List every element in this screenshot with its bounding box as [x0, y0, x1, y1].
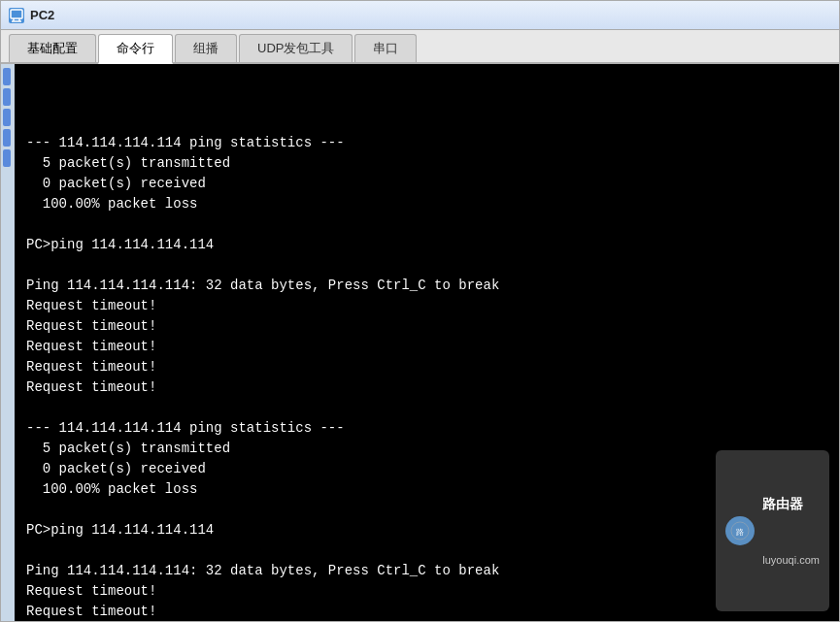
window-icon — [9, 8, 24, 23]
tab-multicast[interactable]: 组播 — [175, 34, 237, 62]
terminal-line: Request timeout! — [26, 357, 827, 377]
terminal-line: Ping 114.114.114.114: 32 data bytes, Pre… — [26, 276, 827, 296]
terminal-line — [26, 540, 827, 561]
terminal-line: 0 packet(s) received — [26, 174, 827, 194]
watermark-logo: 路 — [725, 516, 755, 545]
tab-udp[interactable]: UDP发包工具 — [239, 34, 353, 62]
terminal-line: --- 114.114.114.114 ping statistics --- — [26, 133, 827, 153]
window-title: PC2 — [30, 8, 54, 22]
terminal-line: 0 packet(s) received — [26, 459, 827, 479]
tab-serial[interactable]: 串口 — [354, 34, 417, 62]
terminal-line: 5 packet(s) transmitted — [26, 153, 827, 174]
terminal-line: PC>ping 114.114.114.114 — [26, 520, 827, 540]
watermark: 路 路由器 luyouqi.com — [716, 450, 829, 612]
terminal-line: Request timeout! — [26, 581, 827, 602]
main-window: PC2 基础配置 命令行 组播 UDP发包工具 串口 --- 114.114.1… — [0, 0, 840, 622]
terminal-line: 100.00% packet loss — [26, 194, 827, 214]
side-dot-2 — [3, 88, 11, 106]
content-wrapper: --- 114.114.114.114 ping statistics --- … — [1, 64, 839, 621]
terminal-line — [26, 255, 827, 276]
watermark-text: 路由器 luyouqi.com — [762, 456, 820, 606]
tab-basic[interactable]: 基础配置 — [9, 34, 96, 62]
side-strip — [1, 64, 15, 621]
terminal-line: 100.00% packet loss — [26, 479, 827, 500]
terminal-line: Request timeout! — [26, 296, 827, 316]
terminal-line: Request timeout! — [26, 316, 827, 337]
terminal-line: Request timeout! — [26, 377, 827, 398]
terminal-output[interactable]: --- 114.114.114.114 ping statistics --- … — [15, 64, 839, 621]
side-dot-1 — [3, 68, 11, 85]
tab-bar: 基础配置 命令行 组播 UDP发包工具 串口 — [1, 30, 839, 64]
side-dot-3 — [3, 109, 11, 126]
terminal-line — [26, 398, 827, 418]
title-bar: PC2 — [1, 1, 839, 30]
side-dot-5 — [3, 149, 11, 167]
terminal-line: 5 packet(s) transmitted — [26, 439, 827, 459]
svg-rect-0 — [11, 10, 22, 18]
svg-text:路: 路 — [736, 528, 744, 537]
watermark-url: luyouqi.com — [762, 552, 820, 569]
watermark-brand: 路由器 — [762, 494, 820, 514]
terminal-line: PC>ping 114.114.114.114 — [26, 235, 827, 255]
terminal-line — [26, 500, 827, 520]
terminal-line: Request timeout! — [26, 602, 827, 621]
side-dot-4 — [3, 129, 11, 147]
terminal-line: Ping 114.114.114.114: 32 data bytes, Pre… — [26, 561, 827, 581]
terminal-line: Request timeout! — [26, 337, 827, 357]
terminal-line — [26, 214, 827, 235]
tab-cmd[interactable]: 命令行 — [98, 34, 173, 64]
terminal-line: --- 114.114.114.114 ping statistics --- — [26, 418, 827, 439]
